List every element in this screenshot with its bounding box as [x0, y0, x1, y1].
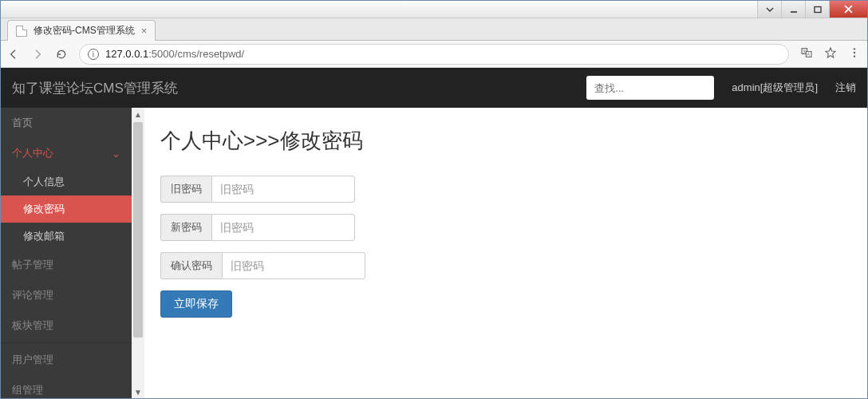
svg-rect-1 [815, 6, 821, 12]
sidebar-item-home[interactable]: 首页 [1, 108, 132, 138]
sidebar-item-board-manage[interactable]: 板块管理 [1, 310, 132, 341]
back-button[interactable] [7, 48, 20, 61]
url-host: 127.0.0.1 [105, 48, 148, 60]
old-password-row: 旧密码 [160, 176, 867, 203]
browser-tab[interactable]: 修改密码-CMS管理系统 × [7, 20, 156, 41]
confirm-password-input[interactable] [222, 252, 365, 279]
sidebar-item-post-manage[interactable]: 帖子管理 [1, 250, 132, 280]
sidebar-scrollbar[interactable]: ▲ ▼ [132, 108, 144, 398]
sidebar-sub-personal-info[interactable]: 个人信息 [1, 168, 132, 196]
scroll-down-icon[interactable]: ▼ [132, 385, 144, 398]
tab-close-icon[interactable]: × [141, 26, 148, 36]
site-info-icon[interactable]: i [88, 49, 99, 60]
svg-point-7 [854, 51, 855, 53]
scroll-thumb[interactable] [133, 122, 143, 338]
page-title: 个人中心>>>修改密码 [160, 127, 867, 155]
confirm-password-row: 确认密码 [160, 252, 867, 279]
sidebar: 首页 个人中心 ⌄ 个人信息 修改密码 修改邮箱 帖子管理 评论管理 板块管理 … [1, 108, 144, 398]
window-minimize-button[interactable] [781, 1, 805, 18]
chevron-down-icon: ⌄ [112, 148, 120, 160]
page-viewport: 知了课堂论坛CMS管理系统 admin[超级管理员] 注销 首页 个人中心 ⌄ … [1, 68, 867, 398]
user-link[interactable]: admin[超级管理员] [732, 81, 818, 95]
scroll-up-icon[interactable]: ▲ [132, 108, 144, 120]
top-navbar: 知了课堂论坛CMS管理系统 admin[超级管理员] 注销 [1, 68, 867, 108]
window-control-bar [1, 1, 867, 18]
new-password-label: 新密码 [160, 214, 211, 241]
old-password-label: 旧密码 [160, 176, 211, 203]
svg-point-8 [854, 55, 855, 57]
url-path: /cms/resetpwd/ [175, 48, 244, 60]
reload-button[interactable] [55, 48, 68, 61]
forward-button[interactable] [31, 48, 44, 61]
sidebar-item-user-manage[interactable]: 用户管理 [1, 345, 132, 375]
logout-link[interactable]: 注销 [835, 81, 856, 95]
old-password-input[interactable] [211, 176, 355, 203]
sidebar-item-group-manage[interactable]: 组管理 [1, 375, 132, 398]
sidebar-sub-change-password[interactable]: 修改密码 [1, 196, 132, 223]
browser-window: 修改密码-CMS管理系统 × i 127.0.0.1:5000/cms/rese… [0, 0, 868, 399]
tab-strip: 修改密码-CMS管理系统 × [1, 18, 867, 41]
sidebar-sub-change-email[interactable]: 修改邮箱 [1, 223, 132, 250]
sidebar-item-comment-manage[interactable]: 评论管理 [1, 280, 132, 310]
sidebar-item-personal-center[interactable]: 个人中心 ⌄ [1, 138, 132, 168]
save-button[interactable]: 立即保存 [160, 290, 232, 318]
url-text: 127.0.0.1:5000/cms/resetpwd/ [105, 48, 244, 60]
window-close-button[interactable] [829, 1, 867, 18]
body-row: 首页 个人中心 ⌄ 个人信息 修改密码 修改邮箱 帖子管理 评论管理 板块管理 … [1, 108, 867, 398]
page-icon [16, 26, 27, 37]
address-bar-actions: 文A [800, 46, 861, 62]
brand-title[interactable]: 知了课堂论坛CMS管理系统 [12, 79, 178, 97]
url-port: :5000 [148, 48, 175, 60]
menu-icon[interactable] [848, 46, 861, 62]
main-content: 个人中心>>>修改密码 旧密码 新密码 确认密码 立即保存 [144, 108, 867, 398]
new-password-row: 新密码 [160, 214, 867, 241]
window-dropdown-button[interactable] [757, 1, 781, 18]
address-input[interactable]: i 127.0.0.1:5000/cms/resetpwd/ [79, 44, 789, 65]
svg-text:文: 文 [803, 49, 807, 53]
sidebar-item-label: 个人中心 [12, 146, 53, 160]
bookmark-icon[interactable] [824, 46, 837, 62]
translate-icon[interactable]: 文A [800, 46, 813, 62]
confirm-password-label: 确认密码 [160, 252, 222, 279]
new-password-input[interactable] [211, 214, 355, 241]
window-maximize-button[interactable] [805, 1, 829, 18]
address-bar: i 127.0.0.1:5000/cms/resetpwd/ 文A [1, 41, 867, 68]
svg-point-6 [854, 48, 855, 49]
tab-title: 修改密码-CMS管理系统 [34, 24, 135, 38]
search-input[interactable] [586, 76, 714, 100]
